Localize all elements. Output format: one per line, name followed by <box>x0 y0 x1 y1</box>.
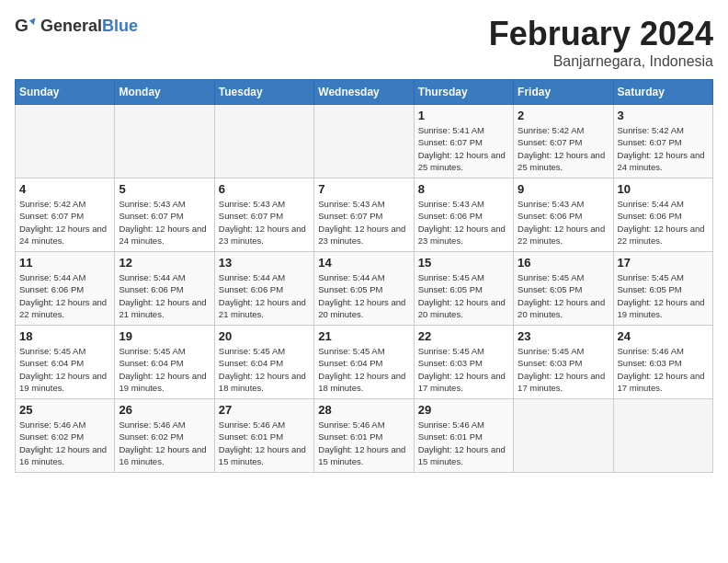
calendar-cell: 27Sunrise: 5:46 AMSunset: 6:01 PMDayligh… <box>214 399 313 473</box>
logo: G GeneralBlue <box>15 15 138 37</box>
header-cell-thursday: Thursday <box>414 80 513 105</box>
day-number: 11 <box>19 256 110 270</box>
header-cell-friday: Friday <box>514 80 613 105</box>
day-number: 24 <box>618 329 709 343</box>
day-number: 6 <box>219 182 310 196</box>
cell-info: Sunrise: 5:42 AMSunset: 6:07 PMDaylight:… <box>618 124 709 173</box>
header-cell-monday: Monday <box>115 80 214 105</box>
cell-info: Sunrise: 5:41 AMSunset: 6:07 PMDaylight:… <box>418 124 509 173</box>
page-title: February 2024 <box>489 15 713 53</box>
day-number: 8 <box>418 182 509 196</box>
calendar-cell <box>115 105 214 178</box>
title-area: February 2024 Banjarnegara, Indonesia <box>489 15 713 70</box>
svg-marker-1 <box>29 17 35 25</box>
header-cell-sunday: Sunday <box>16 80 115 105</box>
day-number: 25 <box>19 403 110 417</box>
logo-blue: Blue <box>102 17 138 35</box>
cell-info: Sunrise: 5:44 AMSunset: 6:05 PMDaylight:… <box>318 271 409 320</box>
cell-info: Sunrise: 5:45 AMSunset: 6:04 PMDaylight:… <box>318 345 409 394</box>
cell-info: Sunrise: 5:45 AMSunset: 6:05 PMDaylight:… <box>618 271 709 320</box>
calendar-cell: 12Sunrise: 5:44 AMSunset: 6:06 PMDayligh… <box>115 252 214 326</box>
cell-info: Sunrise: 5:45 AMSunset: 6:03 PMDaylight:… <box>518 345 609 394</box>
page-header: G GeneralBlue February 2024 Banjarnegara… <box>15 15 713 70</box>
calendar-cell: 15Sunrise: 5:45 AMSunset: 6:05 PMDayligh… <box>414 252 513 326</box>
cell-info: Sunrise: 5:46 AMSunset: 6:03 PMDaylight:… <box>618 345 709 394</box>
page-subtitle: Banjarnegara, Indonesia <box>489 53 713 70</box>
day-number: 15 <box>418 256 509 270</box>
cell-info: Sunrise: 5:45 AMSunset: 6:05 PMDaylight:… <box>518 271 609 320</box>
day-number: 5 <box>119 182 210 196</box>
calendar-cell: 17Sunrise: 5:45 AMSunset: 6:05 PMDayligh… <box>613 252 712 326</box>
cell-info: Sunrise: 5:45 AMSunset: 6:04 PMDaylight:… <box>19 345 110 394</box>
cell-info: Sunrise: 5:42 AMSunset: 6:07 PMDaylight:… <box>19 198 110 247</box>
calendar-cell: 9Sunrise: 5:43 AMSunset: 6:06 PMDaylight… <box>514 178 613 252</box>
header-cell-wednesday: Wednesday <box>314 80 414 105</box>
cell-info: Sunrise: 5:46 AMSunset: 6:01 PMDaylight:… <box>318 419 409 467</box>
calendar-cell: 20Sunrise: 5:45 AMSunset: 6:04 PMDayligh… <box>214 326 313 399</box>
calendar-cell: 5Sunrise: 5:43 AMSunset: 6:07 PMDaylight… <box>115 178 214 252</box>
day-number: 18 <box>19 329 110 343</box>
cell-info: Sunrise: 5:45 AMSunset: 6:04 PMDaylight:… <box>119 345 210 394</box>
day-number: 7 <box>318 182 409 196</box>
calendar-cell: 11Sunrise: 5:44 AMSunset: 6:06 PMDayligh… <box>16 252 115 326</box>
calendar-cell: 6Sunrise: 5:43 AMSunset: 6:07 PMDaylight… <box>214 178 313 252</box>
day-number: 28 <box>318 403 409 417</box>
week-row-2: 4Sunrise: 5:42 AMSunset: 6:07 PMDaylight… <box>16 178 713 252</box>
day-number: 20 <box>219 329 310 343</box>
calendar-cell: 25Sunrise: 5:46 AMSunset: 6:02 PMDayligh… <box>16 399 115 473</box>
cell-info: Sunrise: 5:45 AMSunset: 6:05 PMDaylight:… <box>418 271 509 320</box>
day-number: 27 <box>219 403 310 417</box>
day-number: 3 <box>618 109 709 122</box>
cell-info: Sunrise: 5:43 AMSunset: 6:07 PMDaylight:… <box>119 198 210 247</box>
calendar-cell: 3Sunrise: 5:42 AMSunset: 6:07 PMDaylight… <box>613 105 712 178</box>
day-number: 9 <box>518 182 609 196</box>
week-row-3: 11Sunrise: 5:44 AMSunset: 6:06 PMDayligh… <box>16 252 713 326</box>
calendar-cell: 1Sunrise: 5:41 AMSunset: 6:07 PMDaylight… <box>414 105 513 178</box>
day-number: 4 <box>19 182 110 196</box>
calendar-cell: 2Sunrise: 5:42 AMSunset: 6:07 PMDaylight… <box>514 105 613 178</box>
calendar-cell: 10Sunrise: 5:44 AMSunset: 6:06 PMDayligh… <box>613 178 712 252</box>
cell-info: Sunrise: 5:46 AMSunset: 6:01 PMDaylight:… <box>219 419 310 467</box>
calendar-cell <box>613 399 712 473</box>
cell-info: Sunrise: 5:42 AMSunset: 6:07 PMDaylight:… <box>518 124 609 173</box>
logo-general: General <box>40 17 102 35</box>
calendar-cell <box>16 105 115 178</box>
day-number: 2 <box>518 109 609 122</box>
day-number: 21 <box>318 329 409 343</box>
header-row: SundayMondayTuesdayWednesdayThursdayFrid… <box>16 80 713 105</box>
day-number: 23 <box>518 329 609 343</box>
cell-info: Sunrise: 5:43 AMSunset: 6:07 PMDaylight:… <box>219 198 310 247</box>
calendar-cell: 26Sunrise: 5:46 AMSunset: 6:02 PMDayligh… <box>115 399 214 473</box>
logo-text: GeneralBlue <box>40 17 138 36</box>
day-number: 29 <box>418 403 509 417</box>
day-number: 26 <box>119 403 210 417</box>
day-number: 14 <box>318 256 409 270</box>
cell-info: Sunrise: 5:45 AMSunset: 6:03 PMDaylight:… <box>418 345 509 394</box>
cell-info: Sunrise: 5:46 AMSunset: 6:02 PMDaylight:… <box>19 419 110 467</box>
svg-text:G: G <box>15 16 28 35</box>
calendar-header: SundayMondayTuesdayWednesdayThursdayFrid… <box>16 80 713 105</box>
week-row-1: 1Sunrise: 5:41 AMSunset: 6:07 PMDaylight… <box>16 105 713 178</box>
calendar-cell: 7Sunrise: 5:43 AMSunset: 6:07 PMDaylight… <box>314 178 414 252</box>
cell-info: Sunrise: 5:45 AMSunset: 6:04 PMDaylight:… <box>219 345 310 394</box>
day-number: 16 <box>518 256 609 270</box>
week-row-4: 18Sunrise: 5:45 AMSunset: 6:04 PMDayligh… <box>16 326 713 399</box>
cell-info: Sunrise: 5:44 AMSunset: 6:06 PMDaylight:… <box>219 271 310 320</box>
cell-info: Sunrise: 5:46 AMSunset: 6:01 PMDaylight:… <box>418 419 509 467</box>
cell-info: Sunrise: 5:43 AMSunset: 6:06 PMDaylight:… <box>418 198 509 247</box>
calendar-cell <box>514 399 613 473</box>
calendar-cell: 16Sunrise: 5:45 AMSunset: 6:05 PMDayligh… <box>514 252 613 326</box>
cell-info: Sunrise: 5:46 AMSunset: 6:02 PMDaylight:… <box>119 419 210 467</box>
cell-info: Sunrise: 5:44 AMSunset: 6:06 PMDaylight:… <box>618 198 709 247</box>
calendar-cell <box>314 105 414 178</box>
day-number: 1 <box>418 109 509 122</box>
cell-info: Sunrise: 5:44 AMSunset: 6:06 PMDaylight:… <box>119 271 210 320</box>
calendar-cell: 13Sunrise: 5:44 AMSunset: 6:06 PMDayligh… <box>214 252 313 326</box>
calendar-cell: 14Sunrise: 5:44 AMSunset: 6:05 PMDayligh… <box>314 252 414 326</box>
calendar-cell: 29Sunrise: 5:46 AMSunset: 6:01 PMDayligh… <box>414 399 513 473</box>
calendar-cell: 23Sunrise: 5:45 AMSunset: 6:03 PMDayligh… <box>514 326 613 399</box>
calendar-cell <box>214 105 313 178</box>
week-row-5: 25Sunrise: 5:46 AMSunset: 6:02 PMDayligh… <box>16 399 713 473</box>
calendar-table: SundayMondayTuesdayWednesdayThursdayFrid… <box>15 79 713 473</box>
cell-info: Sunrise: 5:44 AMSunset: 6:06 PMDaylight:… <box>19 271 110 320</box>
